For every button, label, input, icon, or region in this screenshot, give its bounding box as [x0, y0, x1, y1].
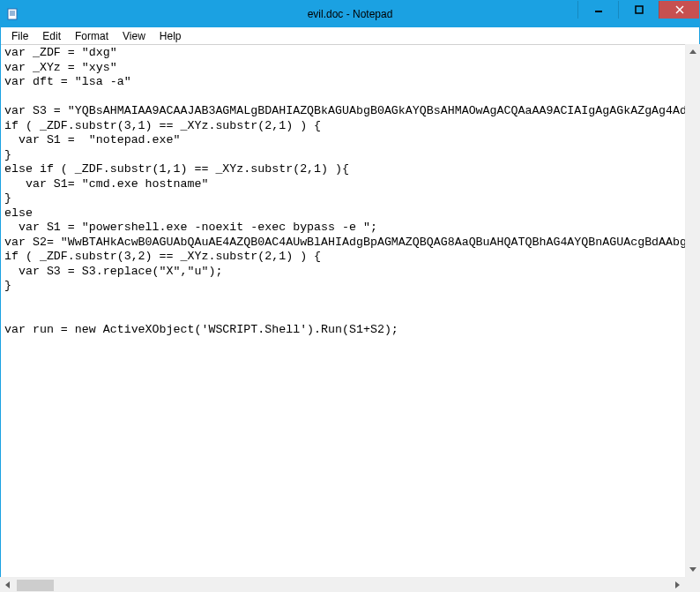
window-controls	[577, 1, 699, 19]
horizontal-scrollbar[interactable]	[0, 577, 685, 592]
vertical-scroll-track[interactable]	[686, 59, 700, 562]
text-editor-area[interactable]: var _ZDF = "dxg" var _XYz = "xys" var df…	[1, 45, 699, 576]
scroll-right-arrow-icon[interactable]	[670, 578, 685, 592]
menu-view[interactable]: View	[115, 28, 153, 44]
editor-container: var _ZDF = "dxg" var _XYz = "xys" var df…	[1, 45, 699, 576]
svg-marker-10	[5, 581, 10, 588]
horizontal-scroll-track[interactable]	[15, 578, 670, 592]
menu-help[interactable]: Help	[153, 28, 189, 44]
notepad-app-icon	[6, 7, 20, 21]
svg-rect-0	[8, 9, 17, 19]
minimize-button[interactable]	[577, 1, 618, 19]
scroll-down-arrow-icon[interactable]	[686, 562, 700, 577]
menubar: File Edit Format View Help	[1, 27, 699, 45]
vertical-scrollbar[interactable]	[685, 44, 700, 577]
svg-marker-11	[675, 581, 680, 588]
maximize-button[interactable]	[618, 1, 659, 19]
svg-marker-9	[689, 567, 696, 572]
window-titlebar: evil.doc - Notepad	[1, 1, 699, 27]
window-title: evil.doc - Notepad	[308, 8, 393, 20]
scroll-left-arrow-icon[interactable]	[0, 578, 15, 592]
scrollbar-corner	[685, 577, 700, 592]
scroll-up-arrow-icon[interactable]	[686, 44, 700, 59]
menu-edit[interactable]: Edit	[35, 28, 68, 44]
svg-rect-5	[636, 6, 643, 13]
svg-marker-8	[689, 49, 696, 54]
close-button[interactable]	[659, 1, 699, 19]
menu-file[interactable]: File	[4, 28, 35, 44]
horizontal-scroll-thumb[interactable]	[17, 580, 54, 591]
menu-format[interactable]: Format	[68, 28, 115, 44]
